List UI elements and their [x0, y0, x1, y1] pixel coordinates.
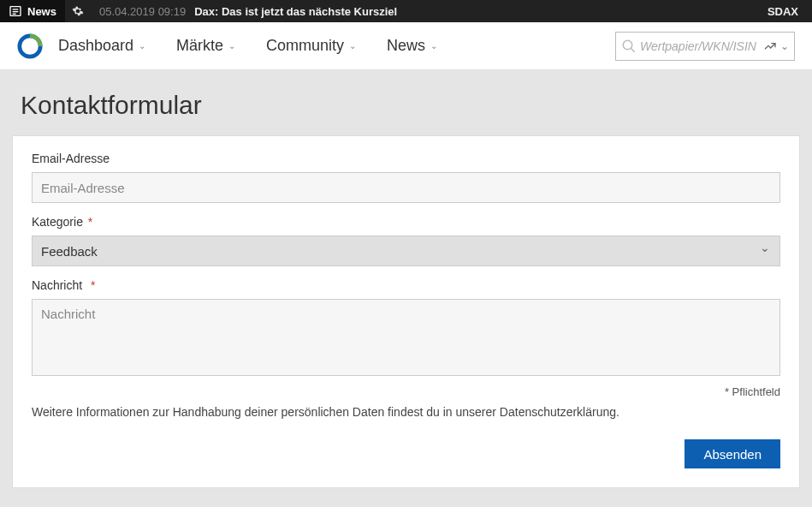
category-label: Kategorie *	[32, 215, 780, 229]
required-asterisk: *	[88, 215, 92, 229]
contact-form: Email-Adresse Kategorie * Feedback Nachr…	[12, 135, 800, 488]
privacy-note: Weitere Informationen zur Handhabung dei…	[32, 405, 780, 419]
nav-label: News	[387, 37, 425, 55]
chevron-down-icon: ⌄	[349, 41, 356, 51]
nav-item-dashboard[interactable]: Dashboard⌄	[58, 37, 145, 55]
svg-line-6	[631, 48, 635, 52]
email-field-group: Email-Adresse	[32, 152, 780, 203]
logo[interactable]	[17, 33, 43, 59]
email-label: Email-Adresse	[32, 152, 780, 165]
submit-button[interactable]: Absenden	[685, 439, 780, 468]
chevron-down-icon: ⌄	[430, 41, 437, 51]
email-input[interactable]	[32, 172, 780, 203]
ticker-bar: News 05.04.2019 09:19 Dax: Das ist jetzt…	[0, 0, 812, 22]
category-select-wrap: Feedback	[32, 236, 780, 266]
chevron-down-icon[interactable]: ⌄	[780, 40, 789, 52]
nav-item-maerkte[interactable]: Märkte⌄	[176, 37, 235, 55]
chart-icon[interactable]	[763, 39, 777, 53]
ticker-settings-button[interactable]	[65, 0, 91, 22]
nav-bar: Dashboard⌄ Märkte⌄ Community⌄ News⌄ ⌄	[0, 22, 812, 70]
button-row: Absenden	[32, 439, 780, 468]
message-textarea[interactable]	[32, 299, 780, 376]
message-field-group: Nachricht *	[32, 278, 780, 379]
nav-label: Community	[266, 37, 344, 55]
ticker-date: 05.04.2019 09:19	[91, 5, 194, 18]
message-label: Nachricht *	[32, 278, 780, 292]
required-note: * Pflichtfeld	[32, 385, 780, 398]
nav-item-news[interactable]: News⌄	[387, 37, 437, 55]
chevron-down-icon: ⌄	[228, 41, 235, 51]
nav-label: Dashboard	[58, 37, 133, 55]
news-icon	[9, 4, 22, 18]
category-select[interactable]: Feedback	[32, 236, 780, 266]
ticker-headline[interactable]: Dax: Das ist jetzt das nächste Kursziel	[194, 5, 397, 18]
ticker-news-box[interactable]: News	[0, 0, 65, 22]
nav-links: Dashboard⌄ Märkte⌄ Community⌄ News⌄	[58, 37, 437, 55]
ticker-news-label: News	[27, 5, 56, 18]
page-title: Kontaktformular	[12, 79, 800, 135]
search-input[interactable]	[640, 39, 763, 53]
chevron-down-icon: ⌄	[139, 41, 145, 51]
page: Kontaktformular Email-Adresse Kategorie …	[0, 70, 812, 505]
nav-item-community[interactable]: Community⌄	[266, 37, 356, 55]
category-field-group: Kategorie * Feedback	[32, 215, 780, 266]
svg-point-5	[623, 40, 632, 50]
required-asterisk: *	[91, 278, 95, 292]
gear-icon	[72, 5, 84, 17]
search-icon	[621, 39, 637, 54]
search-box[interactable]: ⌄	[615, 32, 795, 61]
nav-label: Märkte	[176, 37, 223, 55]
ticker-index[interactable]: SDAX	[754, 5, 812, 18]
